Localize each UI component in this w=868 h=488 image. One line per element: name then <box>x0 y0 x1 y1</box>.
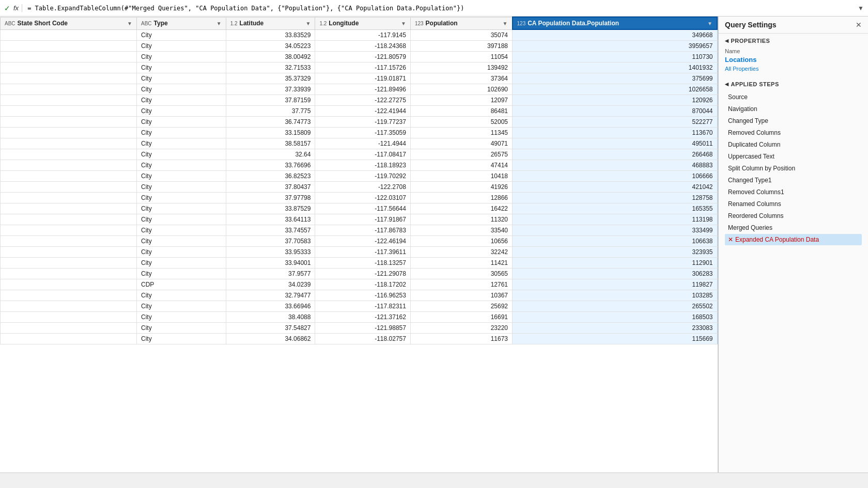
step-item-removed_columns1[interactable]: Removed Columns1 <box>725 186 862 198</box>
query-settings-close-icon[interactable]: ✕ <box>856 21 862 29</box>
cell-ca-population: 468883 <box>513 160 717 171</box>
step-item-duplicated_column[interactable]: Duplicated Column <box>725 139 862 150</box>
table-row: City38.00492-121.8057911054110730 <box>1 52 718 62</box>
step-item-reordered_columns[interactable]: Reordered Columns <box>725 210 862 222</box>
step-item-changed_type[interactable]: Changed Type <box>725 115 862 127</box>
cell-population: 49071 <box>410 138 512 149</box>
cell-latitude: 34.0239 <box>226 279 315 290</box>
cell-ca-population: 128758 <box>513 193 717 203</box>
formula-bar: ✓ fx = Table.ExpandTableColumn(#"Merged … <box>0 0 868 17</box>
cell-ca-population: 115669 <box>513 334 717 344</box>
col-header-type[interactable]: ABC Type ▼ <box>136 17 226 29</box>
query-settings-panel: Query Settings ✕ PROPERTIES Name Locatio… <box>718 17 868 473</box>
cell-ca-population: 1401932 <box>513 62 717 73</box>
formula-text[interactable]: = Table.ExpandTableColumn(#"Merged Queri… <box>27 5 855 12</box>
cell-short-code <box>1 138 137 149</box>
cell-longitude: -121.80579 <box>315 52 410 62</box>
step-label-changed_type1: Changed Type1 <box>728 177 859 184</box>
query-settings-header: Query Settings ✕ <box>719 17 868 34</box>
table-row: City33.94001-118.1325711421112901 <box>1 258 718 269</box>
cell-population: 26575 <box>410 149 512 160</box>
step-item-expanded_ca[interactable]: ✕Expanded CA Population Data⚙ <box>725 234 862 245</box>
cell-longitude: -119.01871 <box>315 73 410 84</box>
cell-latitude: 36.82523 <box>226 171 315 182</box>
cell-short-code <box>1 290 137 301</box>
table-row: City32.71533-117.157261394921401932 <box>1 62 718 73</box>
table-row: City37.87159-122.2727512097120926 <box>1 95 718 106</box>
cell-longitude: -117.82311 <box>315 301 410 312</box>
table-row: City33.15809-117.3505911345113670 <box>1 128 718 138</box>
cell-type: City <box>136 323 226 334</box>
step-item-removed_columns[interactable]: Removed Columns <box>725 127 862 138</box>
cell-longitude: -118.13257 <box>315 258 410 269</box>
col-filter-icon-latitude[interactable]: ▼ <box>306 21 311 26</box>
query-name-value[interactable]: Locations <box>725 56 862 64</box>
cell-longitude: -117.39611 <box>315 247 410 258</box>
cell-ca-population: 106666 <box>513 171 717 182</box>
formula-expand-icon[interactable]: ▼ <box>858 5 864 12</box>
step-item-navigation[interactable]: Navigation⚙ <box>725 103 862 115</box>
cell-ca-population: 1026658 <box>513 84 717 95</box>
col-header-population[interactable]: 123 Population ▼ <box>410 17 512 29</box>
table-row: City38.58157-121.494449071495011 <box>1 138 718 149</box>
col-label-ca_pop: CA Population Data.Population <box>528 20 619 27</box>
col-filter-icon-short_code[interactable]: ▼ <box>127 21 132 26</box>
cell-population: 16422 <box>410 203 512 214</box>
step-item-uppercased_text[interactable]: Uppercased Text <box>725 151 862 162</box>
cell-ca-population: 120926 <box>513 95 717 106</box>
cell-type: City <box>136 214 226 225</box>
step-item-renamed_columns[interactable]: Renamed Columns <box>725 198 862 210</box>
col-type-icon-longitude: 1.2 <box>319 21 327 26</box>
cell-latitude: 37.97798 <box>226 193 315 203</box>
step-item-merged_queries[interactable]: Merged Queries⚙ <box>725 222 862 233</box>
cell-population: 10367 <box>410 290 512 301</box>
fx-label: fx <box>13 4 22 12</box>
cell-short-code <box>1 247 137 258</box>
col-filter-icon-longitude[interactable]: ▼ <box>401 21 406 26</box>
cell-ca-population: 495011 <box>513 138 717 149</box>
cell-type: City <box>136 95 226 106</box>
step-label-changed_type: Changed Type <box>728 117 859 124</box>
col-header-short_code[interactable]: ABC State Short Code ▼ <box>1 17 137 29</box>
cell-longitude: -118.24368 <box>315 41 410 52</box>
cell-longitude: -121.89496 <box>315 84 410 95</box>
cell-ca-population: 233083 <box>513 323 717 334</box>
step-item-split_column_by_position[interactable]: Split Column by Position⚙ <box>725 163 862 174</box>
col-filter-icon-population[interactable]: ▼ <box>503 21 508 26</box>
cell-short-code <box>1 225 137 236</box>
col-header-ca_pop[interactable]: 123 CA Population Data.Population ▼ <box>513 17 717 29</box>
cell-longitude: -118.02757 <box>315 334 410 344</box>
all-properties-link[interactable]: All Properties <box>725 66 862 72</box>
cell-type: City <box>136 128 226 138</box>
table-row: City32.79477-116.9625310367103285 <box>1 290 718 301</box>
cell-type: City <box>136 334 226 344</box>
cell-type: City <box>136 247 226 258</box>
cell-ca-population: 106638 <box>513 236 717 247</box>
col-header-latitude[interactable]: 1.2 Latitude ▼ <box>226 17 315 29</box>
cell-latitude: 33.94001 <box>226 258 315 269</box>
cell-ca-population: 870044 <box>513 106 717 117</box>
cell-population: 16691 <box>410 312 512 323</box>
col-type-icon-ca_pop: 123 <box>517 21 526 26</box>
cell-short-code <box>1 117 137 128</box>
step-item-changed_type1[interactable]: Changed Type1 <box>725 175 862 186</box>
table-row: City32.64-117.0841726575266468 <box>1 149 718 160</box>
cell-longitude: -122.03107 <box>315 193 410 203</box>
cell-population: 11054 <box>410 52 512 62</box>
cell-type: City <box>136 258 226 269</box>
cell-short-code <box>1 193 137 203</box>
table-wrapper[interactable]: ABC State Short Code ▼ ABC Type ▼ 1.2 La… <box>0 17 718 473</box>
col-filter-icon-ca_pop[interactable]: ▼ <box>707 21 712 26</box>
col-filter-icon-type[interactable]: ▼ <box>216 21 222 26</box>
confirm-icon[interactable]: ✓ <box>4 4 10 12</box>
step-item-source[interactable]: Source⚙ <box>725 91 862 103</box>
cell-short-code <box>1 334 137 344</box>
step-label-uppercased_text: Uppercased Text <box>728 153 859 160</box>
cell-ca-population: 168503 <box>513 312 717 323</box>
col-header-longitude[interactable]: 1.2 Longitude ▼ <box>315 17 410 29</box>
name-label: Name <box>725 48 862 54</box>
col-type-icon-type: ABC <box>141 21 152 26</box>
cell-short-code <box>1 312 137 323</box>
step-label-renamed_columns: Renamed Columns <box>728 200 859 208</box>
cell-short-code <box>1 301 137 312</box>
